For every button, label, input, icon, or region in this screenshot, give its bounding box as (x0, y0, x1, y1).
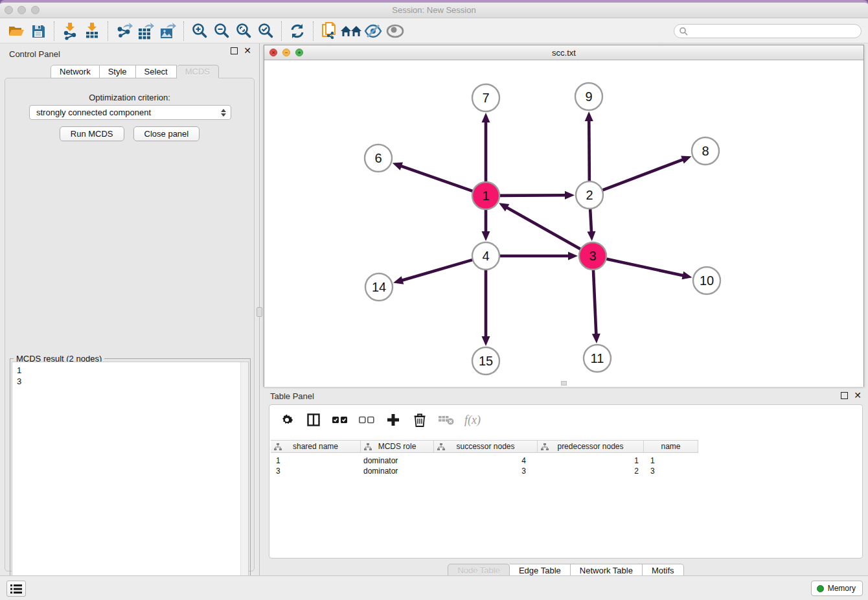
export-image-button[interactable] (157, 21, 179, 41)
column-header-predecessor-nodes[interactable]: predecessor nodes (538, 441, 644, 452)
close-panel-icon[interactable]: ✕ (854, 392, 862, 399)
zoom-in-button[interactable] (188, 21, 211, 41)
column-header-successor-nodes[interactable]: successor nodes (434, 441, 538, 452)
graph-edge-2-8[interactable] (602, 159, 684, 190)
tab-select[interactable]: Select (136, 65, 177, 78)
export-image-icon (159, 23, 177, 40)
task-history-button[interactable] (6, 581, 26, 597)
table-toolbar: f(x) (269, 405, 862, 435)
network-canvas[interactable]: 7968124314101511 (264, 60, 863, 387)
graph-node-3[interactable]: 3 (579, 242, 606, 270)
main-toolbar (0, 19, 868, 43)
control-panel-title: Control Panel (9, 49, 60, 59)
graph-node-10[interactable]: 10 (693, 267, 720, 294)
cell-predecessor-nodes: 1 (538, 456, 644, 466)
svg-text:14: 14 (372, 280, 386, 294)
graph-edge-3-1[interactable] (506, 207, 580, 249)
arrowhead-icon (681, 271, 692, 280)
graph-node-15[interactable]: 15 (472, 347, 499, 375)
zoom-selected-button[interactable] (255, 21, 277, 41)
float-panel-icon[interactable] (841, 392, 848, 399)
tab-network[interactable]: Network (51, 65, 100, 78)
result-scrollbar[interactable] (240, 362, 248, 600)
column-header-mcds-role[interactable]: MCDS role (361, 441, 434, 452)
table-row[interactable]: 1 dominator 4 1 1 (271, 456, 698, 466)
table-settings-button[interactable] (279, 411, 295, 428)
graph-node-2[interactable]: 2 (576, 181, 603, 209)
search-field[interactable] (674, 24, 862, 38)
search-icon (679, 27, 688, 36)
import-network-button[interactable] (59, 21, 81, 41)
graph-node-6[interactable]: 6 (365, 144, 392, 172)
mcds-result-text[interactable]: 1 3 (12, 362, 249, 600)
memory-status-icon (817, 585, 824, 592)
graph-node-8[interactable]: 8 (692, 137, 719, 165)
delete-table-icon (439, 414, 454, 426)
delete-column-button[interactable] (411, 411, 428, 428)
clipboard-network-icon (321, 21, 337, 41)
select-all-button[interactable] (332, 411, 348, 428)
graph-node-7[interactable]: 7 (472, 84, 499, 111)
delete-table-button[interactable] (438, 411, 455, 428)
import-table-button[interactable] (81, 21, 103, 41)
graph-node-9[interactable]: 9 (575, 83, 602, 110)
hierarchy-icon (437, 443, 445, 451)
control-panel-tabs: Network Style Select MCDS (51, 65, 219, 78)
column-header-shared-name[interactable]: shared name (271, 441, 361, 452)
hide-graphics-details-button[interactable] (362, 21, 384, 41)
graph-node-11[interactable]: 11 (584, 345, 611, 372)
network-from-clipboard-button[interactable] (318, 21, 340, 41)
graph-edge-3-10[interactable] (606, 259, 684, 275)
hierarchy-icon (274, 443, 282, 451)
zoom-out-button[interactable] (211, 21, 233, 41)
open-session-button[interactable] (5, 21, 27, 41)
graph-edge-1-6[interactable] (400, 166, 473, 191)
float-panel-icon[interactable] (231, 47, 238, 54)
open-folder-icon (8, 23, 25, 39)
graph-edge-1-2[interactable] (499, 195, 566, 196)
graph-node-4[interactable]: 4 (472, 242, 499, 270)
home-button[interactable] (340, 21, 362, 41)
criterion-select[interactable]: strongly connected component (29, 105, 231, 120)
cell-shared-name: 3 (271, 466, 361, 476)
graph-node-14[interactable]: 14 (365, 273, 393, 301)
tab-style[interactable]: Style (100, 65, 136, 78)
table-row[interactable]: 3 dominator 3 2 3 (271, 466, 698, 476)
refresh-button[interactable] (286, 21, 308, 41)
cell-name: 3 (644, 466, 698, 476)
export-table-button[interactable] (135, 21, 157, 41)
create-column-button[interactable] (385, 411, 402, 428)
arrowhead-icon (585, 111, 593, 121)
home-icon (340, 23, 362, 39)
svg-text:7: 7 (482, 91, 489, 105)
function-builder-button[interactable]: f(x) (464, 411, 481, 428)
import-network-icon (62, 22, 78, 40)
save-session-button[interactable] (27, 21, 49, 41)
arrowhead-icon (592, 334, 600, 343)
memory-label: Memory (828, 584, 856, 593)
tab-mcds[interactable]: MCDS (177, 65, 219, 78)
column-header-name[interactable]: name (644, 441, 698, 452)
graph-edge-2-3[interactable] (590, 209, 591, 233)
graph-edge-3-11[interactable] (593, 270, 596, 335)
graph-edge-2-9[interactable] (589, 120, 589, 181)
splitter-handle[interactable] (257, 307, 262, 317)
run-mcds-button[interactable]: Run MCDS (60, 126, 124, 141)
close-panel-button[interactable]: Close panel (133, 126, 200, 141)
network-window-titlebar[interactable]: ✕ − + scc.txt (264, 45, 863, 60)
deselect-all-button[interactable] (358, 411, 375, 428)
search-input[interactable] (674, 24, 862, 38)
show-graphics-details-button[interactable] (384, 21, 406, 41)
close-panel-icon[interactable]: ✕ (244, 47, 251, 54)
graph-node-1[interactable]: 1 (472, 182, 499, 209)
export-network-button[interactable] (113, 21, 135, 41)
splitter-handle[interactable] (561, 381, 567, 386)
criterion-value: strongly connected component (36, 108, 151, 117)
memory-button[interactable]: Memory (811, 581, 863, 596)
zoom-fit-button[interactable] (233, 21, 255, 41)
save-icon (30, 23, 46, 39)
window-titlebar: Session: New Session (0, 3, 868, 18)
cell-shared-name: 1 (271, 456, 361, 466)
graph-edge-4-14[interactable] (402, 260, 473, 281)
show-columns-button[interactable] (305, 411, 322, 428)
